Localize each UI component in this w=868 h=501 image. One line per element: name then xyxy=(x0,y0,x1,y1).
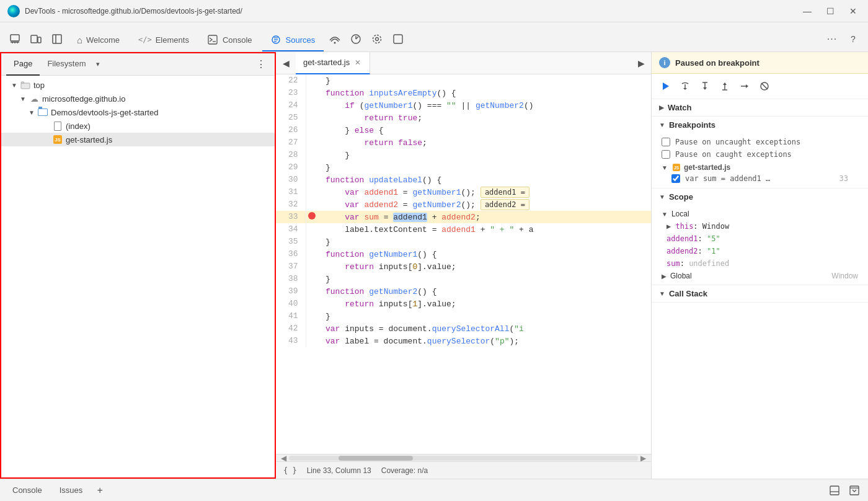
breakpoints-section: ▼ Breakpoints Pause on uncaught exceptio… xyxy=(652,117,868,188)
breakpoint-file-row: ▼ JS get-started.js xyxy=(652,161,868,173)
tree-item-domain[interactable]: ▼ ☁ microsoftedge.github.io xyxy=(1,92,275,105)
horizontal-scrollbar[interactable]: ◀ ▶ xyxy=(276,454,651,461)
tree-label-top: top xyxy=(33,81,45,90)
scope-this: ▶ this: Window xyxy=(652,220,868,233)
bottom-tab-console[interactable]: Console xyxy=(5,483,50,497)
svg-rect-0 xyxy=(11,35,19,41)
code-editor[interactable]: 22 } 23 function inputsAreEmpty() { 24 i… xyxy=(276,74,651,454)
minimize-button[interactable]: — xyxy=(799,6,815,16)
help-button[interactable]: ? xyxy=(843,29,863,49)
step-button[interactable] xyxy=(736,78,753,95)
tree-item-top[interactable]: ▼ top xyxy=(1,78,275,92)
global-label: Global xyxy=(670,272,692,280)
tree-arrow-demos: ▼ xyxy=(29,109,37,116)
bp-entry-checkbox[interactable] xyxy=(671,174,680,183)
tab-page[interactable]: Page xyxy=(6,53,40,76)
more-tabs-button[interactable]: ··· xyxy=(822,29,842,49)
tree-item-demos[interactable]: ▼ Demos/devtools-js-get-started xyxy=(1,105,275,119)
call-stack-header[interactable]: ▼ Call Stack xyxy=(652,285,868,302)
tree-item-get-started-js[interactable]: ▶ JS get-started.js xyxy=(1,133,275,146)
performance-button[interactable] xyxy=(346,29,366,49)
code-line-30: 30 function updateLabel() { xyxy=(276,174,651,186)
resume-button[interactable] xyxy=(657,78,674,95)
tree-label-demos: Demos/devtools-js-get-started xyxy=(51,108,158,117)
code-line-35: 35 } xyxy=(276,236,651,248)
code-line-22: 22 } xyxy=(276,74,651,87)
watch-header[interactable]: ▶ Watch xyxy=(652,99,868,116)
scope-content: ▼ Local ▶ this: Window addend1: "5" adde… xyxy=(652,205,868,285)
sidebar-button[interactable] xyxy=(47,29,67,49)
inspect-element-button[interactable] xyxy=(5,29,25,49)
main-area: Page Filesystem ▾ ⋮ ▼ top xyxy=(0,52,868,479)
dock-bottom-button[interactable] xyxy=(826,482,843,499)
tab-elements[interactable]: </> Elements xyxy=(130,29,198,51)
pause-caught-label: Pause on caught exceptions xyxy=(675,150,858,159)
step-into-button[interactable] xyxy=(696,78,714,95)
svg-rect-36 xyxy=(830,486,839,495)
svg-marker-27 xyxy=(703,87,707,90)
svg-rect-38 xyxy=(850,486,859,495)
dock-side-button[interactable] xyxy=(846,482,863,499)
scope-arrow: ▼ xyxy=(659,193,665,200)
tabs-dropdown-arrow[interactable]: ▾ xyxy=(96,60,100,68)
tree-arrow-domain: ▼ xyxy=(20,95,29,102)
global-arrow: ▶ xyxy=(662,273,666,280)
global-scope-header[interactable]: ▶ Global Window xyxy=(652,270,868,282)
nav-right-button[interactable]: ▶ xyxy=(631,52,651,74)
code-line-28: 28 } xyxy=(276,149,651,161)
close-button[interactable]: ✕ xyxy=(846,6,861,16)
add-tab-button[interactable]: + xyxy=(92,483,107,498)
bp-entry-line: 33 xyxy=(839,174,848,183)
layers-button[interactable] xyxy=(388,29,408,49)
window-title: DevTools - microsoftedge.github.io/Demos… xyxy=(25,7,799,16)
svg-marker-25 xyxy=(683,88,687,90)
tab-console[interactable]: Console xyxy=(199,29,261,51)
editor-tab-get-started[interactable]: get-started.js ✕ xyxy=(296,52,370,74)
network-button[interactable] xyxy=(325,29,345,49)
watch-section: ▶ Watch xyxy=(652,99,868,117)
bp-filename: get-started.js xyxy=(684,163,730,172)
editor-tab-filename: get-started.js xyxy=(303,58,350,67)
svg-marker-30 xyxy=(723,82,727,85)
code-line-40: 40 return inputs[1].value; xyxy=(276,298,651,310)
svg-point-15 xyxy=(334,42,336,44)
bp-entry-text: var sum = addend1 … xyxy=(685,174,839,183)
settings-button[interactable] xyxy=(367,29,387,49)
folder-closed-icon xyxy=(20,79,31,91)
breakpoint-entry: var sum = addend1 … 33 xyxy=(652,173,868,185)
tab-filesystem[interactable]: Filesystem xyxy=(40,53,93,76)
deactivate-button[interactable] xyxy=(756,78,773,95)
code-line-39: 39 function getNumber2() { xyxy=(276,285,651,298)
device-toggle-button[interactable] xyxy=(26,29,46,49)
scope-header[interactable]: ▼ Scope xyxy=(652,188,868,205)
tab-welcome[interactable]: ⌂ Welcome xyxy=(68,29,128,51)
panel-more-button[interactable]: ⋮ xyxy=(252,56,270,73)
step-over-button[interactable] xyxy=(676,78,694,95)
debug-controls xyxy=(652,74,868,99)
scrollbar-thumb[interactable] xyxy=(339,456,413,461)
step-out-button[interactable] xyxy=(716,78,733,95)
pause-caught-checkbox[interactable] xyxy=(662,150,670,159)
global-val: Window xyxy=(831,272,858,280)
svg-marker-33 xyxy=(746,84,748,88)
local-scope-header[interactable]: ▼ Local xyxy=(652,208,868,220)
tree-label-index: (index) xyxy=(66,122,91,131)
devtools-nav: ⌂ Welcome </> Elements Console Sources xyxy=(0,22,868,52)
breakpoints-header[interactable]: ▼ Breakpoints xyxy=(652,117,868,133)
maximize-button[interactable]: ☐ xyxy=(823,6,838,16)
left-panel: Page Filesystem ▾ ⋮ ▼ top xyxy=(0,52,276,479)
code-line-42: 42 var inputs = document.querySelectorAl… xyxy=(276,322,651,335)
call-stack-arrow: ▼ xyxy=(659,290,665,297)
pause-caught-item: Pause on caught exceptions xyxy=(652,148,868,161)
code-line-31: 31 var addend1 = getNumber1();addend1 = xyxy=(276,186,651,198)
code-line-23: 23 function inputsAreEmpty() { xyxy=(276,87,651,99)
pause-uncaught-checkbox[interactable] xyxy=(662,138,670,146)
scrollbar-track[interactable] xyxy=(289,456,638,461)
tab-sources[interactable]: Sources xyxy=(262,29,324,51)
file-doc-icon xyxy=(52,120,63,131)
editor-tab-close[interactable]: ✕ xyxy=(353,58,362,67)
bottom-tab-issues[interactable]: Issues xyxy=(52,483,91,497)
code-line-36: 36 function getNumber1() { xyxy=(276,248,651,260)
nav-left-button[interactable]: ◀ xyxy=(276,52,296,74)
tree-item-index[interactable]: ▶ (index) xyxy=(1,119,275,133)
